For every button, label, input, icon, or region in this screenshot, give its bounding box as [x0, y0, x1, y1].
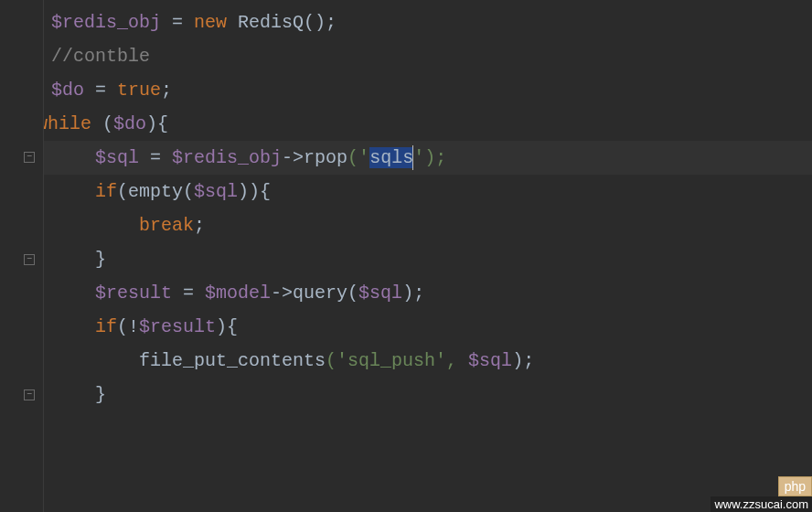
code-line[interactable]: $result = $model->query($sql);	[44, 276, 812, 310]
fold-icon[interactable]: −	[24, 254, 35, 265]
text-selection: sqls	[369, 147, 413, 168]
code-line[interactable]: //contble	[44, 39, 812, 73]
code-line-current[interactable]: $sql = $redis_obj->rpop('sqls');	[44, 141, 812, 175]
gutter: − − −	[0, 0, 44, 512]
fold-icon[interactable]: −	[24, 389, 35, 400]
code-line[interactable]: while ($do){	[44, 107, 812, 141]
watermark-url: www.zzsucai.com	[710, 496, 812, 512]
code-line[interactable]: $do = true;	[44, 73, 812, 107]
code-area[interactable]: $redis_obj = new RedisQ(); //contble $do…	[44, 0, 812, 512]
code-line[interactable]: break;	[44, 208, 812, 242]
code-line[interactable]: if(!$result){	[44, 310, 812, 344]
watermark: php www.zzsucai.com	[710, 475, 812, 512]
code-editor[interactable]: − − − $redis_obj = new RedisQ(); //contb…	[0, 0, 812, 512]
watermark-badge: php	[778, 476, 812, 496]
code-line[interactable]: file_put_contents('sql_push', $sql);	[44, 344, 812, 378]
code-line[interactable]: if(empty($sql)){	[44, 175, 812, 208]
code-line[interactable]: }	[44, 378, 812, 411]
code-line[interactable]: }	[44, 242, 812, 276]
code-line[interactable]: $redis_obj = new RedisQ();	[44, 5, 812, 39]
fold-icon[interactable]: −	[24, 152, 35, 163]
